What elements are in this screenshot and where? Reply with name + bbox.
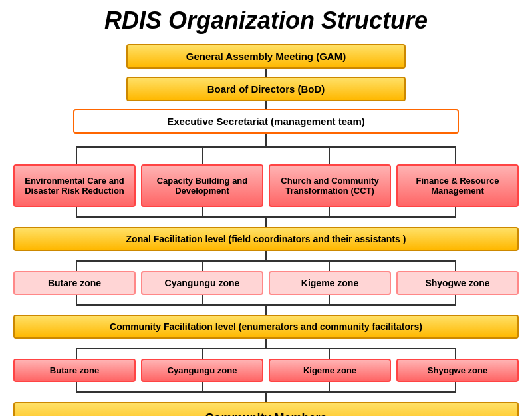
exec-box: Executive Secretariat (management team) <box>73 109 459 134</box>
zonal-box: Zonal Facilitation level (field coordina… <box>13 227 519 251</box>
shyogwe1-box: Shyogwe zone <box>396 271 519 295</box>
cap-col: Capacity Building and Development <box>141 164 263 207</box>
shyogwe2-box: Shyogwe zone <box>396 359 519 382</box>
departments-row: Environmental Care and Disaster Risk Red… <box>13 164 519 207</box>
kigeme1-box: Kigeme zone <box>269 271 391 295</box>
church-col: Church and Community Transformation (CCT… <box>269 164 391 207</box>
cyangungu1-box: Cyangungu zone <box>141 271 263 295</box>
kigeme2-box: Kigeme zone <box>269 359 391 382</box>
butare1-box: Butare zone <box>13 271 136 295</box>
gam-box: General Assembly Meeting (GAM) <box>126 44 406 69</box>
community-to-zones2-connectors <box>13 339 519 359</box>
zones2-to-members-connectors <box>13 382 519 402</box>
church-box: Church and Community Transformation (CCT… <box>269 164 391 207</box>
community-level-box: Community Facilitation level (enumerator… <box>13 315 519 339</box>
env-box: Environmental Care and Disaster Risk Red… <box>13 164 136 207</box>
env-col: Environmental Care and Disaster Risk Red… <box>13 164 136 207</box>
zones-row-2: Butare zone Cyangungu zone Kigeme zone S… <box>13 359 519 382</box>
finance-col: Finance & Resource Management <box>396 164 519 207</box>
zones1-to-community-connectors <box>13 295 519 315</box>
bod-box: Board of Directors (BoD) <box>126 77 406 101</box>
cyangungu2-box: Cyangungu zone <box>141 359 263 382</box>
butare2-box: Butare zone <box>13 359 136 382</box>
page-title: RDIS Organization Structure <box>104 7 428 35</box>
finance-box: Finance & Resource Management <box>396 164 519 207</box>
exec-to-dept-connectors <box>13 134 519 164</box>
dept-to-zonal-connectors <box>13 207 519 227</box>
zonal-to-zones-connectors <box>13 251 519 271</box>
cap-box: Capacity Building and Development <box>141 164 263 207</box>
org-chart: RDIS Organization Structure General Asse… <box>13 7 519 416</box>
zones-row-1: Butare zone Cyangungu zone Kigeme zone S… <box>13 271 519 295</box>
community-members-box: Community Members <box>13 402 519 416</box>
